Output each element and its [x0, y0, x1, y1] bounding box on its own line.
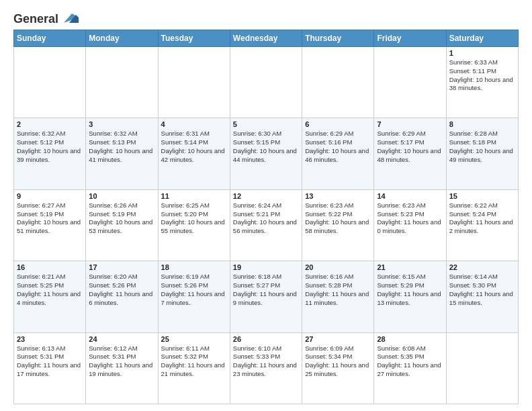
- calendar-cell: [302, 47, 374, 118]
- cell-content: Sunrise: 6:20 AM Sunset: 5:26 PM Dayligh…: [89, 273, 154, 307]
- cell-content: Sunrise: 6:27 AM Sunset: 5:19 PM Dayligh…: [17, 201, 83, 236]
- day-number: 25: [161, 335, 227, 343]
- calendar-cell: 8Sunrise: 6:28 AM Sunset: 5:18 PM Daylig…: [446, 118, 518, 189]
- calendar-header-monday: Monday: [86, 30, 158, 47]
- calendar-cell: 26Sunrise: 6:10 AM Sunset: 5:33 PM Dayli…: [230, 332, 302, 404]
- cell-content: Sunrise: 6:11 AM Sunset: 5:32 PM Dayligh…: [161, 345, 227, 379]
- day-number: 20: [305, 263, 371, 271]
- calendar-cell: 28Sunrise: 6:08 AM Sunset: 5:35 PM Dayli…: [374, 332, 446, 404]
- day-number: 22: [449, 263, 515, 271]
- calendar-week-2: 2Sunrise: 6:32 AM Sunset: 5:12 PM Daylig…: [14, 118, 519, 189]
- calendar-cell: 10Sunrise: 6:26 AM Sunset: 5:19 PM Dayli…: [86, 189, 158, 261]
- day-number: 17: [89, 263, 154, 271]
- calendar-week-5: 23Sunrise: 6:13 AM Sunset: 5:31 PM Dayli…: [14, 332, 519, 404]
- cell-content: Sunrise: 6:24 AM Sunset: 5:21 PM Dayligh…: [233, 201, 299, 236]
- calendar-week-1: 1Sunrise: 6:33 AM Sunset: 5:11 PM Daylig…: [14, 47, 519, 118]
- calendar-header-saturday: Saturday: [446, 30, 518, 47]
- day-number: 18: [161, 263, 227, 271]
- calendar-header-tuesday: Tuesday: [158, 30, 230, 47]
- day-number: 26: [233, 335, 299, 343]
- calendar-cell: 2Sunrise: 6:32 AM Sunset: 5:12 PM Daylig…: [14, 118, 86, 189]
- cell-content: Sunrise: 6:32 AM Sunset: 5:12 PM Dayligh…: [17, 130, 83, 164]
- cell-content: Sunrise: 6:14 AM Sunset: 5:30 PM Dayligh…: [449, 273, 515, 307]
- cell-content: Sunrise: 6:31 AM Sunset: 5:14 PM Dayligh…: [161, 130, 227, 164]
- day-number: 13: [305, 192, 371, 200]
- calendar-cell: 4Sunrise: 6:31 AM Sunset: 5:14 PM Daylig…: [158, 118, 230, 189]
- day-number: 8: [449, 120, 515, 128]
- page: General SundayMondayTuesdayWednesdayThur…: [0, 0, 532, 411]
- calendar-table: SundayMondayTuesdayWednesdayThursdayFrid…: [13, 30, 519, 404]
- day-number: 24: [89, 335, 154, 343]
- cell-content: Sunrise: 6:08 AM Sunset: 5:35 PM Dayligh…: [377, 345, 443, 379]
- day-number: 28: [377, 335, 443, 343]
- cell-content: Sunrise: 6:19 AM Sunset: 5:26 PM Dayligh…: [161, 273, 227, 307]
- calendar-cell: 5Sunrise: 6:30 AM Sunset: 5:15 PM Daylig…: [230, 118, 302, 189]
- cell-content: Sunrise: 6:15 AM Sunset: 5:29 PM Dayligh…: [377, 273, 443, 307]
- day-number: 19: [233, 263, 299, 271]
- day-number: 10: [89, 192, 154, 200]
- day-number: 5: [233, 120, 299, 128]
- day-number: 1: [449, 49, 515, 57]
- cell-content: Sunrise: 6:23 AM Sunset: 5:22 PM Dayligh…: [305, 201, 371, 236]
- calendar-cell: 23Sunrise: 6:13 AM Sunset: 5:31 PM Dayli…: [14, 332, 86, 404]
- day-number: 9: [17, 192, 83, 200]
- calendar-header-sunday: Sunday: [14, 30, 86, 47]
- calendar-cell: 6Sunrise: 6:29 AM Sunset: 5:16 PM Daylig…: [302, 118, 374, 189]
- calendar-cell: 21Sunrise: 6:15 AM Sunset: 5:29 PM Dayli…: [374, 261, 446, 332]
- calendar-cell: 17Sunrise: 6:20 AM Sunset: 5:26 PM Dayli…: [86, 261, 158, 332]
- day-number: 3: [89, 120, 154, 128]
- day-number: 4: [161, 120, 227, 128]
- cell-content: Sunrise: 6:12 AM Sunset: 5:31 PM Dayligh…: [89, 345, 154, 379]
- calendar-header-friday: Friday: [374, 30, 446, 47]
- day-number: 23: [17, 335, 83, 343]
- cell-content: Sunrise: 6:16 AM Sunset: 5:28 PM Dayligh…: [305, 273, 371, 307]
- cell-content: Sunrise: 6:13 AM Sunset: 5:31 PM Dayligh…: [17, 345, 83, 379]
- calendar-header-wednesday: Wednesday: [230, 30, 302, 47]
- day-number: 12: [233, 192, 299, 200]
- calendar-cell: 19Sunrise: 6:18 AM Sunset: 5:27 PM Dayli…: [230, 261, 302, 332]
- calendar-cell: 11Sunrise: 6:25 AM Sunset: 5:20 PM Dayli…: [158, 189, 230, 261]
- day-number: 15: [449, 192, 515, 200]
- day-number: 11: [161, 192, 227, 200]
- day-number: 14: [377, 192, 443, 200]
- day-number: 27: [305, 335, 371, 343]
- header: General: [13, 12, 519, 26]
- cell-content: Sunrise: 6:18 AM Sunset: 5:27 PM Dayligh…: [233, 273, 299, 307]
- cell-content: Sunrise: 6:33 AM Sunset: 5:11 PM Dayligh…: [449, 58, 515, 93]
- calendar-cell: 20Sunrise: 6:16 AM Sunset: 5:28 PM Dayli…: [302, 261, 374, 332]
- calendar-cell: 22Sunrise: 6:14 AM Sunset: 5:30 PM Dayli…: [446, 261, 518, 332]
- calendar-cell: 15Sunrise: 6:22 AM Sunset: 5:24 PM Dayli…: [446, 189, 518, 261]
- cell-content: Sunrise: 6:28 AM Sunset: 5:18 PM Dayligh…: [449, 130, 515, 164]
- calendar-cell: 12Sunrise: 6:24 AM Sunset: 5:21 PM Dayli…: [230, 189, 302, 261]
- calendar-cell: [86, 47, 158, 118]
- calendar-cell: 27Sunrise: 6:09 AM Sunset: 5:34 PM Dayli…: [302, 332, 374, 404]
- calendar-cell: [158, 47, 230, 118]
- cell-content: Sunrise: 6:25 AM Sunset: 5:20 PM Dayligh…: [161, 201, 227, 236]
- logo: General: [13, 12, 79, 26]
- calendar-header-thursday: Thursday: [302, 30, 374, 47]
- calendar-cell: 24Sunrise: 6:12 AM Sunset: 5:31 PM Dayli…: [86, 332, 158, 404]
- calendar-cell: 14Sunrise: 6:23 AM Sunset: 5:23 PM Dayli…: [374, 189, 446, 261]
- calendar-cell: 7Sunrise: 6:29 AM Sunset: 5:17 PM Daylig…: [374, 118, 446, 189]
- calendar-cell: [446, 332, 518, 404]
- day-number: 21: [377, 263, 443, 271]
- logo-general: General: [13, 13, 58, 25]
- cell-content: Sunrise: 6:22 AM Sunset: 5:24 PM Dayligh…: [449, 201, 515, 236]
- cell-content: Sunrise: 6:29 AM Sunset: 5:17 PM Dayligh…: [377, 130, 443, 164]
- calendar-cell: 18Sunrise: 6:19 AM Sunset: 5:26 PM Dayli…: [158, 261, 230, 332]
- cell-content: Sunrise: 6:32 AM Sunset: 5:13 PM Dayligh…: [89, 130, 154, 164]
- cell-content: Sunrise: 6:23 AM Sunset: 5:23 PM Dayligh…: [377, 201, 443, 236]
- day-number: 7: [377, 120, 443, 128]
- calendar-cell: [230, 47, 302, 118]
- day-number: 6: [305, 120, 371, 128]
- calendar-cell: 25Sunrise: 6:11 AM Sunset: 5:32 PM Dayli…: [158, 332, 230, 404]
- cell-content: Sunrise: 6:09 AM Sunset: 5:34 PM Dayligh…: [305, 345, 371, 379]
- logo-icon: [60, 11, 79, 26]
- cell-content: Sunrise: 6:10 AM Sunset: 5:33 PM Dayligh…: [233, 345, 299, 379]
- calendar-cell: 9Sunrise: 6:27 AM Sunset: 5:19 PM Daylig…: [14, 189, 86, 261]
- calendar-cell: 16Sunrise: 6:21 AM Sunset: 5:25 PM Dayli…: [14, 261, 86, 332]
- cell-content: Sunrise: 6:30 AM Sunset: 5:15 PM Dayligh…: [233, 130, 299, 164]
- cell-content: Sunrise: 6:29 AM Sunset: 5:16 PM Dayligh…: [305, 130, 371, 164]
- cell-content: Sunrise: 6:26 AM Sunset: 5:19 PM Dayligh…: [89, 201, 154, 236]
- calendar-cell: 13Sunrise: 6:23 AM Sunset: 5:22 PM Dayli…: [302, 189, 374, 261]
